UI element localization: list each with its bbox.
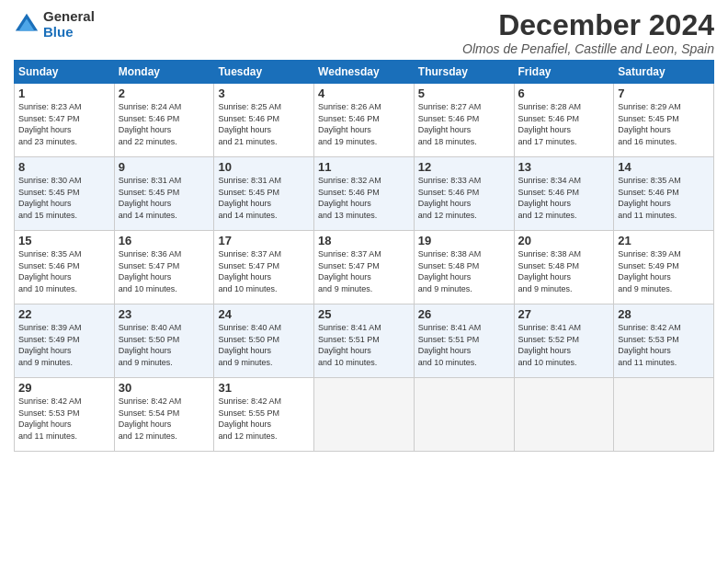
day-number: 29 [18,381,110,395]
day-info: Sunrise: 8:39 AMSunset: 5:49 PMDaylight … [618,249,681,293]
title-block: December 2024 Olmos de Penafiel, Castill… [462,9,714,56]
logo-text: General Blue [43,9,95,40]
day-number: 31 [218,381,310,395]
week-row-4: 29Sunrise: 8:42 AMSunset: 5:53 PMDayligh… [15,378,714,452]
day-info: Sunrise: 8:38 AMSunset: 5:48 PMDaylight … [518,249,582,293]
day-cell-5: 5Sunrise: 8:27 AMSunset: 5:46 PMDaylight… [414,84,514,157]
day-cell-18: 18Sunrise: 8:37 AMSunset: 5:47 PMDayligh… [314,231,415,304]
header-monday: Monday [114,61,214,84]
day-number: 12 [418,160,510,174]
header-tuesday: Tuesday [214,61,314,84]
day-number: 9 [119,160,210,174]
day-info: Sunrise: 8:42 AMSunset: 5:55 PMDaylight … [218,396,281,441]
day-number: 26 [418,307,510,321]
day-cell-24: 24Sunrise: 8:40 AMSunset: 5:50 PMDayligh… [214,304,314,378]
day-number: 7 [618,86,710,100]
day-number: 28 [618,307,710,321]
day-info: Sunrise: 8:41 AMSunset: 5:51 PMDaylight … [418,323,482,367]
empty-cell [614,378,714,452]
day-cell-21: 21Sunrise: 8:39 AMSunset: 5:49 PMDayligh… [614,231,714,304]
day-cell-28: 28Sunrise: 8:42 AMSunset: 5:53 PMDayligh… [614,304,714,378]
day-number: 5 [418,86,510,100]
day-cell-1: 1Sunrise: 8:23 AMSunset: 5:47 PMDaylight… [15,84,115,157]
day-number: 15 [18,234,110,247]
day-info: Sunrise: 8:42 AMSunset: 5:54 PMDaylight … [119,396,182,441]
day-cell-27: 27Sunrise: 8:41 AMSunset: 5:52 PMDayligh… [514,304,614,378]
day-info: Sunrise: 8:31 AMSunset: 5:45 PMDaylight … [119,176,182,220]
day-info: Sunrise: 8:38 AMSunset: 5:48 PMDaylight … [418,249,482,293]
day-info: Sunrise: 8:35 AMSunset: 5:46 PMDaylight … [618,176,681,220]
week-row-1: 8Sunrise: 8:30 AMSunset: 5:45 PMDaylight… [15,157,714,231]
day-info: Sunrise: 8:40 AMSunset: 5:50 PMDaylight … [218,323,281,367]
day-number: 10 [218,160,310,174]
day-info: Sunrise: 8:41 AMSunset: 5:51 PMDaylight … [318,323,381,367]
day-cell-23: 23Sunrise: 8:40 AMSunset: 5:50 PMDayligh… [114,304,214,378]
page-container: General Blue December 2024 Olmos de Pena… [0,0,728,456]
day-number: 22 [18,307,110,321]
day-number: 19 [418,234,510,247]
day-cell-16: 16Sunrise: 8:36 AMSunset: 5:47 PMDayligh… [114,231,214,304]
day-number: 2 [119,86,210,100]
day-cell-20: 20Sunrise: 8:38 AMSunset: 5:48 PMDayligh… [514,231,614,304]
day-number: 13 [518,160,610,174]
day-cell-7: 7Sunrise: 8:29 AMSunset: 5:45 PMDaylight… [614,84,714,157]
day-info: Sunrise: 8:35 AMSunset: 5:46 PMDaylight … [18,249,82,293]
day-info: Sunrise: 8:32 AMSunset: 5:46 PMDaylight … [318,176,381,220]
day-cell-19: 19Sunrise: 8:38 AMSunset: 5:48 PMDayligh… [414,231,514,304]
day-cell-31: 31Sunrise: 8:42 AMSunset: 5:55 PMDayligh… [214,378,314,452]
day-cell-11: 11Sunrise: 8:32 AMSunset: 5:46 PMDayligh… [314,157,415,231]
day-cell-6: 6Sunrise: 8:28 AMSunset: 5:46 PMDaylight… [514,84,614,157]
day-number: 30 [119,381,210,395]
day-info: Sunrise: 8:23 AMSunset: 5:47 PMDaylight … [18,102,82,146]
month-title: December 2024 [462,9,714,41]
day-info: Sunrise: 8:33 AMSunset: 5:46 PMDaylight … [418,176,482,220]
day-cell-15: 15Sunrise: 8:35 AMSunset: 5:46 PMDayligh… [15,231,115,304]
day-cell-30: 30Sunrise: 8:42 AMSunset: 5:54 PMDayligh… [114,378,214,452]
day-number: 24 [218,307,310,321]
logo-blue: Blue [43,25,95,40]
day-info: Sunrise: 8:40 AMSunset: 5:50 PMDaylight … [119,323,182,367]
day-cell-29: 29Sunrise: 8:42 AMSunset: 5:53 PMDayligh… [15,378,115,452]
logo-general: General [43,9,95,25]
logo: General Blue [14,9,95,40]
day-info: Sunrise: 8:29 AMSunset: 5:45 PMDaylight … [618,102,681,146]
day-info: Sunrise: 8:42 AMSunset: 5:53 PMDaylight … [618,323,681,367]
day-number: 18 [318,234,410,247]
day-cell-8: 8Sunrise: 8:30 AMSunset: 5:45 PMDaylight… [15,157,115,231]
day-number: 1 [18,86,110,100]
day-number: 25 [318,307,410,321]
header-saturday: Saturday [614,61,714,84]
week-row-0: 1Sunrise: 8:23 AMSunset: 5:47 PMDaylight… [15,84,714,157]
empty-cell [514,378,614,452]
day-cell-12: 12Sunrise: 8:33 AMSunset: 5:46 PMDayligh… [414,157,514,231]
day-cell-26: 26Sunrise: 8:41 AMSunset: 5:51 PMDayligh… [414,304,514,378]
empty-cell [314,378,415,452]
header-row-days: SundayMondayTuesdayWednesdayThursdayFrid… [15,61,714,84]
header-thursday: Thursday [414,61,514,84]
day-number: 21 [618,234,710,247]
day-cell-9: 9Sunrise: 8:31 AMSunset: 5:45 PMDaylight… [114,157,214,231]
day-number: 4 [318,86,410,100]
day-number: 8 [18,160,110,174]
day-cell-17: 17Sunrise: 8:37 AMSunset: 5:47 PMDayligh… [214,231,314,304]
day-cell-13: 13Sunrise: 8:34 AMSunset: 5:46 PMDayligh… [514,157,614,231]
day-info: Sunrise: 8:39 AMSunset: 5:49 PMDaylight … [18,323,82,367]
day-info: Sunrise: 8:26 AMSunset: 5:46 PMDaylight … [318,102,381,146]
location-title: Olmos de Penafiel, Castille and Leon, Sp… [462,41,714,56]
day-number: 23 [119,307,210,321]
logo-icon [14,12,40,38]
day-number: 3 [218,86,310,100]
day-info: Sunrise: 8:25 AMSunset: 5:46 PMDaylight … [218,102,281,146]
week-row-2: 15Sunrise: 8:35 AMSunset: 5:46 PMDayligh… [15,231,714,304]
day-info: Sunrise: 8:31 AMSunset: 5:45 PMDaylight … [218,176,281,220]
header-friday: Friday [514,61,614,84]
day-info: Sunrise: 8:36 AMSunset: 5:47 PMDaylight … [119,249,182,293]
empty-cell [414,378,514,452]
day-number: 11 [318,160,410,174]
day-number: 17 [218,234,310,247]
day-info: Sunrise: 8:30 AMSunset: 5:45 PMDaylight … [18,176,82,220]
day-number: 6 [518,86,610,100]
day-cell-25: 25Sunrise: 8:41 AMSunset: 5:51 PMDayligh… [314,304,415,378]
day-info: Sunrise: 8:37 AMSunset: 5:47 PMDaylight … [218,249,281,293]
day-cell-10: 10Sunrise: 8:31 AMSunset: 5:45 PMDayligh… [214,157,314,231]
